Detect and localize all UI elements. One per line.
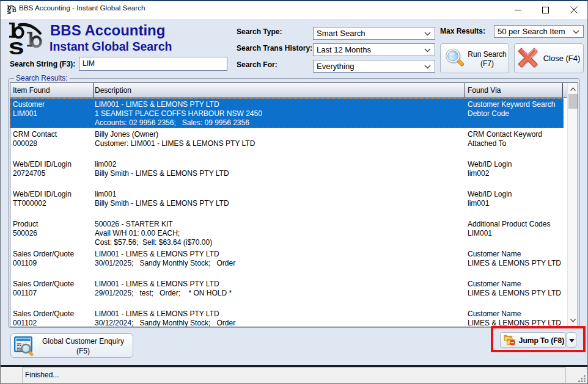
svg-text:s: s <box>7 9 12 14</box>
svg-text:s: s <box>8 35 25 56</box>
